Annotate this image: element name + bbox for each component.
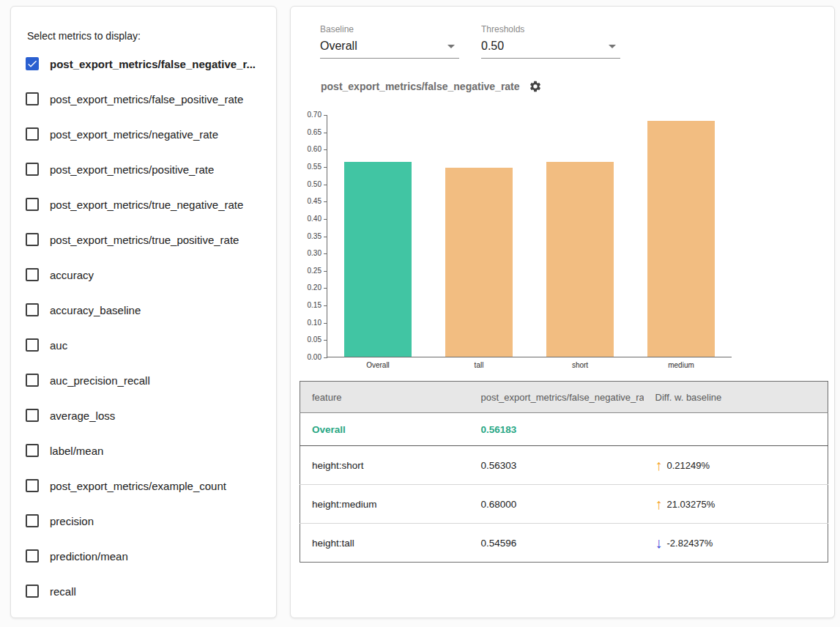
y-axis-tick-label: 0.50 <box>297 181 321 188</box>
y-axis-tick-mark <box>324 237 327 237</box>
metric-label: label/mean <box>50 445 103 457</box>
metric-item[interactable]: recall <box>11 574 276 609</box>
x-axis-tick-label: Overall <box>366 361 390 369</box>
chart-plot-area: 0.000.050.100.150.200.250.300.350.400.45… <box>327 115 732 357</box>
bar-chart: 0.000.050.100.150.200.250.300.350.400.45… <box>291 109 836 379</box>
diff-cell: ↑0.21249% <box>644 446 828 485</box>
gear-icon[interactable] <box>529 80 542 93</box>
table-row: Overall0.56183 <box>300 413 828 446</box>
thresholds-select-value: 0.50 <box>481 40 504 53</box>
checkbox-unchecked[interactable] <box>26 92 39 105</box>
y-axis-tick-mark <box>324 288 327 289</box>
y-axis-tick-mark <box>324 219 327 220</box>
checkbox-checked[interactable] <box>26 57 39 70</box>
metric-item[interactable]: average_loss <box>11 398 276 433</box>
checkbox-unchecked[interactable] <box>26 374 39 387</box>
y-axis-tick-mark <box>324 271 327 272</box>
y-axis-tick-label: 0.45 <box>297 198 321 205</box>
table-header-row: feature post_export_metrics/false_negati… <box>300 382 828 413</box>
checkbox-unchecked[interactable] <box>26 444 39 457</box>
metric-item[interactable]: label/mean <box>11 433 276 468</box>
y-axis-tick-label: 0.40 <box>297 215 321 223</box>
y-axis-tick-label: 0.70 <box>297 111 321 119</box>
metric-item[interactable]: auc <box>11 327 276 363</box>
table-row: height:tall0.54596↓-2.82437% <box>300 524 828 563</box>
metric-item[interactable]: precision <box>11 503 276 538</box>
metric-label: post_export_metrics/true_negative_rate <box>50 199 243 211</box>
checkbox-unchecked[interactable] <box>26 549 39 563</box>
arrow-down-icon: ↓ <box>655 535 663 550</box>
thresholds-select[interactable]: Thresholds 0.50 <box>481 24 620 59</box>
y-axis-tick-label: 0.35 <box>297 233 321 240</box>
y-axis-tick-mark <box>324 357 327 358</box>
y-axis-tick-mark <box>324 133 327 133</box>
metric-item[interactable]: auc_precision_recall <box>11 363 276 398</box>
baseline-select[interactable]: Baseline Overall <box>320 24 459 59</box>
metric-item[interactable]: post_export_metrics/false_positive_rate <box>11 81 276 116</box>
metric-label: post_export_metrics/false_positive_rate <box>50 93 243 105</box>
x-axis-tick-label: short <box>572 361 588 369</box>
checkbox-unchecked[interactable] <box>26 163 39 176</box>
bar-short[interactable] <box>546 162 614 357</box>
metric-label: prediction/mean <box>50 550 128 563</box>
y-axis-tick-mark <box>324 167 327 168</box>
checkbox-unchecked[interactable] <box>26 303 39 316</box>
checkbox-unchecked[interactable] <box>26 479 39 492</box>
metric-item[interactable]: post_export_metrics/positive_rate <box>11 152 276 187</box>
chevron-down-icon <box>609 45 616 48</box>
metric-label: post_export_metrics/example_count <box>50 480 226 492</box>
y-axis-tick-label: 0.30 <box>297 250 321 257</box>
y-axis-tick-label: 0.05 <box>297 336 321 344</box>
y-axis-tick-mark <box>324 185 327 185</box>
table-row: height:short0.56303↑0.21249% <box>300 446 828 485</box>
checkbox-unchecked[interactable] <box>26 514 39 527</box>
feature-cell: height:medium <box>300 485 469 524</box>
bar-tall[interactable] <box>445 168 513 357</box>
feature-cell: Overall <box>300 413 469 446</box>
metrics-table: feature post_export_metrics/false_negati… <box>300 381 828 563</box>
checkbox-unchecked[interactable] <box>26 198 39 211</box>
metric-column-header: post_export_metrics/false_negative_rat..… <box>469 382 644 413</box>
metric-label: post_export_metrics/negative_rate <box>50 128 218 141</box>
baseline-select-value: Overall <box>320 40 357 53</box>
metrics-list: post_export_metrics/false_negative_r...p… <box>11 46 276 609</box>
metric-item[interactable]: post_export_metrics/true_negative_rate <box>11 187 276 222</box>
checkbox-unchecked[interactable] <box>26 233 39 246</box>
checkbox-unchecked[interactable] <box>26 127 39 141</box>
y-axis-tick-label: 0.25 <box>297 267 321 275</box>
metric-item[interactable]: post_export_metrics/true_positive_rate <box>11 222 276 257</box>
metric-item[interactable]: post_export_metrics/example_count <box>11 468 276 503</box>
y-axis-tick-mark <box>324 115 327 116</box>
bar-Overall[interactable] <box>344 162 412 357</box>
y-axis-tick-label: 0.60 <box>297 146 321 153</box>
checkbox-unchecked[interactable] <box>26 268 39 281</box>
check-icon <box>26 58 38 70</box>
y-axis-tick-mark <box>324 201 327 202</box>
metric-item[interactable]: post_export_metrics/negative_rate <box>11 116 276 152</box>
feature-cell: height:tall <box>300 524 469 563</box>
arrow-up-icon: ↑ <box>655 497 663 511</box>
feature-column-header: feature <box>300 382 469 413</box>
y-axis-tick-label: 0.00 <box>297 354 321 361</box>
metric-label: auc_precision_recall <box>50 374 150 387</box>
y-axis-tick-mark <box>324 323 327 324</box>
table-row: height:medium0.68000↑21.03275% <box>300 485 828 524</box>
metric-value-cell: 0.68000 <box>469 485 644 524</box>
bar-medium[interactable] <box>647 121 715 357</box>
diff-column-header: Diff. w. baseline <box>644 382 828 413</box>
metric-value-cell: 0.54596 <box>469 524 644 563</box>
y-axis-tick-mark <box>324 340 327 341</box>
metric-item[interactable]: accuracy_baseline <box>11 292 276 327</box>
metric-item[interactable]: prediction/mean <box>11 538 276 574</box>
metric-item[interactable]: post_export_metrics/false_negative_r... <box>11 46 276 81</box>
metric-value-cell: 0.56303 <box>469 446 644 485</box>
metric-label: average_loss <box>50 409 115 422</box>
metric-item[interactable]: accuracy <box>11 257 276 292</box>
metrics-panel-title: Select metrics to display: <box>27 30 276 42</box>
checkbox-unchecked[interactable] <box>26 409 39 422</box>
checkbox-unchecked[interactable] <box>26 585 39 598</box>
checkbox-unchecked[interactable] <box>26 338 39 352</box>
diff-value: -2.82437% <box>667 538 713 549</box>
results-panel: Baseline Overall Thresholds 0.50 post_ex… <box>290 6 835 618</box>
y-axis-tick-mark <box>324 253 327 254</box>
